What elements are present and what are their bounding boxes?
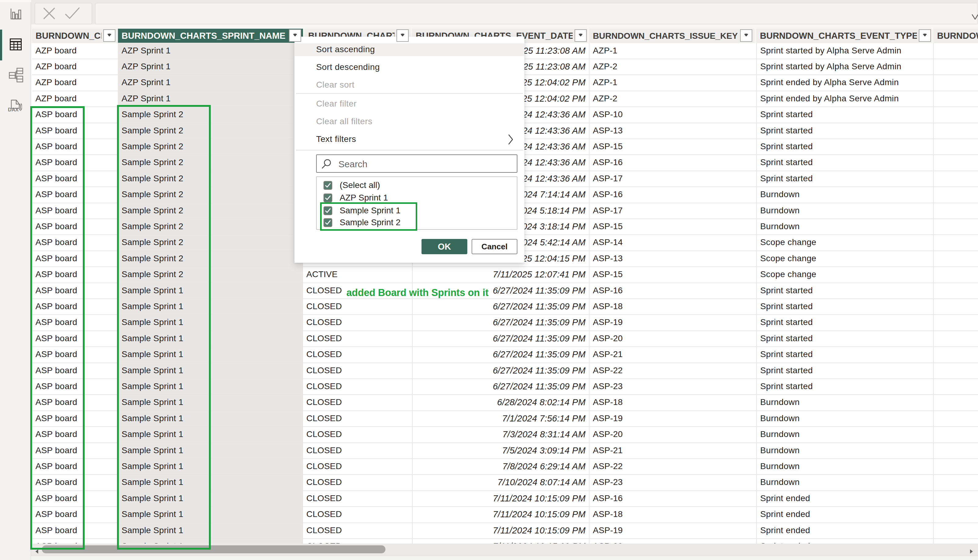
svg-text:DAX: DAX bbox=[8, 107, 18, 112]
